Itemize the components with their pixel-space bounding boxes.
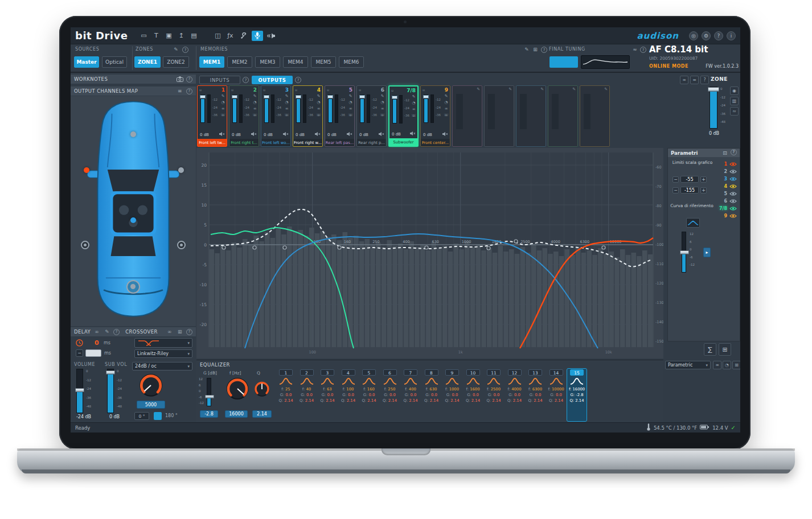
channel-fader-handle[interactable] xyxy=(296,95,301,98)
final-tuning-curve-preview[interactable] xyxy=(581,55,630,69)
band-number-button[interactable]: 5 xyxy=(362,369,376,376)
eq-band[interactable]: 2 f: 40 G: 0.0 Q: 2.14 xyxy=(297,369,317,421)
channels-map-help-icon[interactable]: ? xyxy=(186,88,192,94)
phone-icon[interactable]: ☏ xyxy=(284,113,289,117)
channel-name[interactable]: Front right t... xyxy=(229,139,259,146)
band-number-button[interactable]: 8 xyxy=(425,369,438,376)
edit-icon[interactable]: ✎ xyxy=(508,87,512,92)
zone-button[interactable]: ZONE1 xyxy=(134,56,161,68)
gain-icon[interactable]: ◔ xyxy=(444,100,449,105)
subwoofer-marker[interactable] xyxy=(126,280,140,294)
gain-icon[interactable]: ◔ xyxy=(284,100,289,105)
channel-strip[interactable]: ▫ 7/8 -12-24-36 ✎ ◔ xyxy=(388,85,419,147)
microphone-button[interactable] xyxy=(252,31,263,41)
edit-final-tuning-icon[interactable]: ✎ xyxy=(523,46,531,53)
save-icon[interactable]: ▣ xyxy=(163,31,174,41)
channel-config-icon[interactable]: ▫ xyxy=(327,88,329,92)
expand-icon[interactable]: ⊡ xyxy=(721,149,729,157)
eq-gain-handle[interactable] xyxy=(205,395,214,398)
gain-icon[interactable]: ◔ xyxy=(348,100,353,105)
channel-config-icon[interactable]: ▫ xyxy=(295,88,297,92)
new-window-icon[interactable]: ▭ xyxy=(138,31,149,41)
edit-icon[interactable]: ✎ xyxy=(380,94,385,98)
volume-fader[interactable] xyxy=(76,369,83,413)
channel-fader[interactable] xyxy=(328,94,333,123)
graph-channel-row[interactable]: 7/8 xyxy=(719,205,737,212)
crossover-frequency-value[interactable]: 5000 xyxy=(137,401,165,409)
channel-fader-handle[interactable] xyxy=(423,95,429,98)
eq-frequency-knob[interactable] xyxy=(225,376,250,401)
eq-band[interactable]: 8 f: 630 G: 0.0 Q: 2.14 xyxy=(422,369,441,421)
mute-speaker-icon[interactable] xyxy=(314,131,321,138)
graph-channel-row[interactable]: 3 xyxy=(719,175,737,183)
channel-fader[interactable] xyxy=(232,94,237,123)
band-number-button[interactable]: 12 xyxy=(508,369,522,376)
zone-fader-handle[interactable] xyxy=(708,87,719,92)
eye-icon[interactable] xyxy=(729,191,737,196)
edit-icon[interactable]: ✎ xyxy=(252,94,257,98)
eq-band[interactable]: 10 f: 1600 G: 0.0 Q: 2.14 xyxy=(464,369,483,421)
eq-frequency-value[interactable]: 16000 xyxy=(225,410,248,418)
band-number-button[interactable]: 1 xyxy=(279,369,293,376)
volume-fader-handle[interactable] xyxy=(75,388,84,392)
crossover-frequency-knob[interactable] xyxy=(138,372,164,398)
graph-channel-row[interactable]: 9 xyxy=(719,212,737,220)
channel-strip[interactable]: ▫ 3 -12-24-36 ✎ ◔ xyxy=(261,85,291,147)
eq-band[interactable]: 13 f: 6300 G: 0.0 Q: 2.14 xyxy=(526,369,545,421)
mute-speaker-icon[interactable] xyxy=(251,131,257,138)
channel-name[interactable]: Front right w... xyxy=(293,139,322,146)
increment-button[interactable]: + xyxy=(700,187,707,193)
channel-strip[interactable]: ▫ 2 -12-24-36 ✎ ◔ xyxy=(229,85,259,147)
channel-name[interactable]: Subwoofer xyxy=(389,138,417,146)
phone-icon[interactable]: ☏ xyxy=(252,113,257,117)
link-icon[interactable]: ∞ xyxy=(680,76,688,84)
graph-channel-row[interactable]: 5 xyxy=(719,190,737,197)
channel-fader-handle[interactable] xyxy=(264,95,269,98)
eq-gain-fader[interactable] xyxy=(207,378,211,406)
eq-q-knob[interactable] xyxy=(253,381,270,398)
empty-channel-slot[interactable]: ✎ xyxy=(548,85,578,147)
fx-icon[interactable]: ƒx xyxy=(224,31,236,41)
collapse-panel-button[interactable]: ▸ xyxy=(703,248,711,257)
car-map[interactable] xyxy=(71,96,196,326)
channels-map-header[interactable]: OUTPUT CHANNELS MAP ≡ ? xyxy=(71,86,196,96)
reference-offset-handle[interactable] xyxy=(680,250,689,254)
eye-icon[interactable] xyxy=(729,213,737,219)
phone-icon[interactable]: ☏ xyxy=(316,113,321,117)
phone-icon[interactable]: ☏ xyxy=(411,113,416,118)
info-icon[interactable]: i xyxy=(727,31,736,40)
delay-fine-input[interactable] xyxy=(85,349,101,357)
eq-band[interactable]: 12 f: 4000 G: 0.0 Q: 2.14 xyxy=(505,369,524,421)
memory-button[interactable]: MEM2 xyxy=(227,56,252,68)
eq-link-icon[interactable]: ∞ xyxy=(713,361,721,369)
speaker-collapse-icon[interactable] xyxy=(265,31,277,41)
gain-icon[interactable]: ◔ xyxy=(380,100,385,105)
camera-icon[interactable] xyxy=(176,75,184,83)
eq-band[interactable]: 4 f: 100 G: 0.0 Q: 2.14 xyxy=(339,369,358,421)
eq-band[interactable]: 7 f: 400 G: 0.0 Q: 2.14 xyxy=(401,369,420,421)
crossover-help-icon[interactable]: ? xyxy=(186,329,192,335)
crossover-type-dropdown[interactable]: Linkwitz-Riley ▾ xyxy=(134,349,192,358)
crossover-copy-icon[interactable]: ⊞ xyxy=(176,328,184,336)
edit-icon[interactable]: ✎ xyxy=(411,94,416,99)
channel-name[interactable]: Rear left pas... xyxy=(325,139,354,146)
inputs-help-icon[interactable]: ? xyxy=(243,77,249,83)
increment-button[interactable]: + xyxy=(700,176,707,183)
channel-strip[interactable]: ▫ 1 -12-24-36 ✎ ◔ xyxy=(197,85,227,147)
channel-name[interactable]: Rear right p... xyxy=(357,139,386,146)
delay-mode-button[interactable]: − xyxy=(76,349,83,357)
band-number-button[interactable]: 13 xyxy=(528,369,542,376)
eye-icon[interactable] xyxy=(729,199,737,204)
link-icon[interactable]: ∞ xyxy=(220,106,225,111)
gain-icon[interactable]: ◔ xyxy=(252,100,257,105)
band-number-button[interactable]: 3 xyxy=(321,369,334,376)
mute-speaker-icon[interactable] xyxy=(282,131,289,138)
memory-button[interactable]: MEM6 xyxy=(339,56,364,68)
empty-channel-slot[interactable]: ✎ xyxy=(516,85,546,147)
channel-config-icon[interactable]: ▫ xyxy=(391,88,393,92)
report-icon[interactable]: ▤ xyxy=(188,31,199,41)
channel-name[interactable]: Front left wo... xyxy=(261,139,290,146)
crossover-slope-dropdown[interactable]: 24dB / oc ▾ xyxy=(132,362,192,370)
overlay-curves-button[interactable]: ⊞ xyxy=(719,343,731,356)
edit-icon[interactable]: ✎ xyxy=(540,87,544,92)
